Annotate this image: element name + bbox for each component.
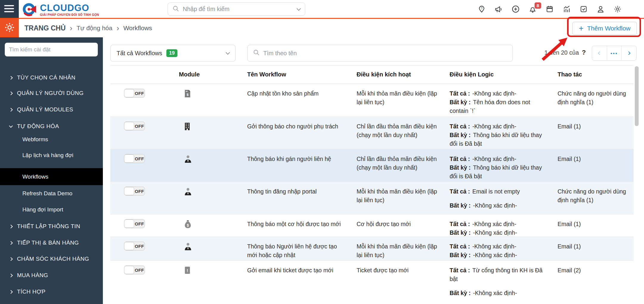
table-row[interactable]: OFF Thông báo Người liên hệ được tạo mới…: [110, 237, 634, 261]
breadcrumb: TRANG CHỦ › Tự động hóa › Workflows: [24, 19, 152, 37]
workflow-toggle[interactable]: OFF: [124, 89, 145, 98]
column-header-logic: Điều kiện Logic: [449, 71, 557, 78]
previous-page-button[interactable]: [592, 46, 607, 60]
table-row[interactable]: OFF ! Gởi email khi ticket được tạo mới …: [110, 261, 634, 304]
workflow-toggle[interactable]: OFF: [124, 154, 145, 163]
table-row[interactable]: OFF Thông báo khi gán người liên hệ Chỉ …: [110, 149, 634, 182]
workflow-logic: Tất cả :-Không xác định- Bất kỳ :Tên hóa…: [449, 84, 557, 116]
filter-label: Tất cả Workflows: [117, 50, 162, 57]
workflow-trigger: Mỗi khi thỏa mãn điều kiện (lặp lại liên…: [356, 182, 449, 214]
contact-icon: [185, 155, 191, 165]
chevron-right-icon: [9, 76, 13, 80]
pagination-range: 1 đến 20 của: [544, 49, 579, 56]
breadcrumb-home[interactable]: TRANG CHỦ: [24, 24, 66, 32]
sidebar-item-import-queue[interactable]: Hàng đợi Import: [0, 204, 103, 216]
sidebar-item-workflows[interactable]: Workflows: [0, 168, 103, 185]
vertical-scrollbar[interactable]: [635, 66, 639, 126]
workflow-name-link[interactable]: Gởi thông báo cho người phụ trách: [247, 123, 338, 130]
chevron-down-icon[interactable]: [297, 6, 301, 10]
analytics-icon[interactable]: [563, 5, 571, 13]
contact-icon: [185, 243, 191, 253]
workflow-name-link[interactable]: Thông tin đăng nhập portal: [247, 188, 317, 195]
svg-text:!: !: [187, 268, 188, 273]
svg-text:$: $: [187, 223, 189, 228]
workflow-toggle[interactable]: OFF: [124, 187, 145, 196]
sidebar-item-refresh-data-demo[interactable]: Refresh Data Demo: [0, 188, 103, 199]
sidebar-item-scheduler[interactable]: Lập lịch và hàng đợi: [0, 149, 103, 161]
megaphone-icon[interactable]: [495, 5, 503, 13]
settings-sidebar: TÙY CHỌN CÁ NHÂN QUẢN LÝ NGƯỜI DÙNG QUẢN…: [0, 37, 103, 304]
invoice-icon: $: [185, 90, 190, 100]
sidebar-item-marketing-sales[interactable]: TIẾP THỊ & BÁN HÀNG: [0, 237, 103, 249]
breadcrumb-separator: ›: [70, 25, 72, 31]
workflow-name-search-input[interactable]: [263, 50, 507, 57]
workflow-name-link[interactable]: Thông báo Người liên hệ được tạo mới hoặ…: [247, 243, 337, 258]
column-header-trigger: Điều kiện kích hoạt: [356, 71, 449, 78]
bell-icon[interactable]: 8: [529, 5, 537, 13]
next-page-button[interactable]: [621, 46, 636, 60]
table-row[interactable]: OFF $ Thông báo một cơ hội được tạo mới …: [110, 214, 634, 237]
tasks-icon[interactable]: [580, 5, 588, 13]
table-row[interactable]: OFF Thông tin đăng nhập portal Mỗi khi t…: [110, 182, 634, 214]
top-bar: CLOUDGO GIẢI PHÁP CHUYỂN ĐỔI SỐ TINH GỌN…: [0, 0, 644, 19]
sidebar-search-input[interactable]: [5, 43, 98, 56]
workflow-trigger: Ticket được tạo mới: [356, 261, 449, 304]
workflow-name-link[interactable]: Cập nhật tồn kho sản phẩm: [247, 90, 319, 97]
main-content: Tất cả Workflows 19 1 đến 20 của ? •••: [103, 37, 644, 304]
record-count-button[interactable]: ?: [582, 49, 586, 56]
more-pages-button[interactable]: •••: [607, 46, 622, 60]
workflow-name-search[interactable]: [247, 45, 513, 62]
add-workflow-button[interactable]: + Thêm Workflow: [572, 22, 637, 35]
workflow-count-badge: 19: [166, 49, 177, 57]
building-icon: [185, 123, 190, 133]
gear-icon: [4, 22, 15, 34]
workflow-name-link[interactable]: Thông báo một cơ hội được tạo mới: [247, 221, 341, 227]
location-question-icon[interactable]: ?: [478, 5, 486, 13]
sidebar-item-customer-care[interactable]: CHĂM SÓC KHÁCH HÀNG: [0, 253, 103, 265]
workflow-name-link[interactable]: Gởi email khi ticket được tạo mới: [247, 267, 333, 274]
workflow-name-link[interactable]: Thông báo khi gán người liên hệ: [247, 156, 331, 162]
settings-icon[interactable]: [614, 5, 622, 13]
sidebar-item-purchasing[interactable]: MUA HÀNG: [0, 269, 103, 281]
workflow-action: Chức năng do người dùng định nghĩa (1): [557, 84, 634, 116]
workflow-toggle[interactable]: OFF: [124, 219, 145, 228]
sidebar-item-integrations[interactable]: TÍCH HỢP: [0, 286, 103, 298]
workflow-logic: Tất cả :Email is not empty Bất kỳ :-Khôn…: [449, 182, 557, 214]
plus-circle-icon[interactable]: [512, 5, 520, 13]
ticket-icon: !: [185, 267, 190, 276]
workflow-toggle[interactable]: OFF: [124, 122, 145, 130]
sidebar-item-user-management[interactable]: QUẢN LÝ NGƯỜI DÙNG: [0, 87, 103, 99]
workflow-action: Email (2): [557, 261, 634, 304]
sidebar-item-webforms[interactable]: Webforms: [0, 133, 103, 145]
contact-icon: [185, 188, 191, 198]
sidebar-item-automation[interactable]: TỰ ĐỘNG HÓA: [0, 120, 103, 132]
sidebar-item-module-management[interactable]: QUẢN LÝ MODULES: [0, 104, 103, 116]
notification-badge: 8: [535, 2, 541, 9]
global-search-input[interactable]: [183, 6, 297, 13]
chevron-down-icon: [9, 124, 13, 128]
workflow-toggle[interactable]: OFF: [124, 265, 145, 274]
pagination-status: 1 đến 20 của ?: [544, 49, 586, 56]
workflow-toggle[interactable]: OFF: [124, 242, 145, 251]
user-icon[interactable]: [597, 5, 605, 13]
workflow-action: Email (1): [557, 237, 634, 260]
chevron-right-icon: [9, 91, 13, 95]
workflows-settings-page: CLOUDGO GIẢI PHÁP CHUYỂN ĐỔI SỐ TINH GỌN…: [0, 0, 644, 304]
menu-toggle-button[interactable]: [0, 0, 19, 18]
table-row[interactable]: OFF $ Cập nhật tồn kho sản phẩm Mỗi khi …: [110, 84, 634, 117]
global-search[interactable]: [168, 2, 305, 16]
workflow-action: Email (1): [557, 214, 634, 237]
plus-icon: +: [579, 25, 583, 31]
breadcrumb-section[interactable]: Tự động hóa: [77, 24, 112, 32]
table-row[interactable]: OFF Gởi thông báo cho người phụ trách Ch…: [110, 117, 634, 149]
opportunity-icon: $: [185, 220, 191, 231]
settings-shortcut-button[interactable]: [0, 19, 19, 37]
svg-text:?: ?: [481, 7, 483, 10]
sidebar-item-info-setup[interactable]: THIẾT LẬP THÔNG TIN: [0, 220, 103, 232]
sidebar-item-personal-options[interactable]: TÙY CHỌN CÁ NHÂN: [0, 72, 103, 84]
table-header-row: Module Tên Workflow Điều kiện kích hoạt …: [110, 65, 634, 84]
calendar-icon[interactable]: [546, 5, 554, 13]
pagination-controls: •••: [592, 46, 637, 61]
workflow-trigger: Chỉ lần đầu thỏa mãn điều kiện (chạy một…: [356, 117, 449, 149]
workflow-filter-dropdown[interactable]: Tất cả Workflows 19: [110, 45, 236, 62]
